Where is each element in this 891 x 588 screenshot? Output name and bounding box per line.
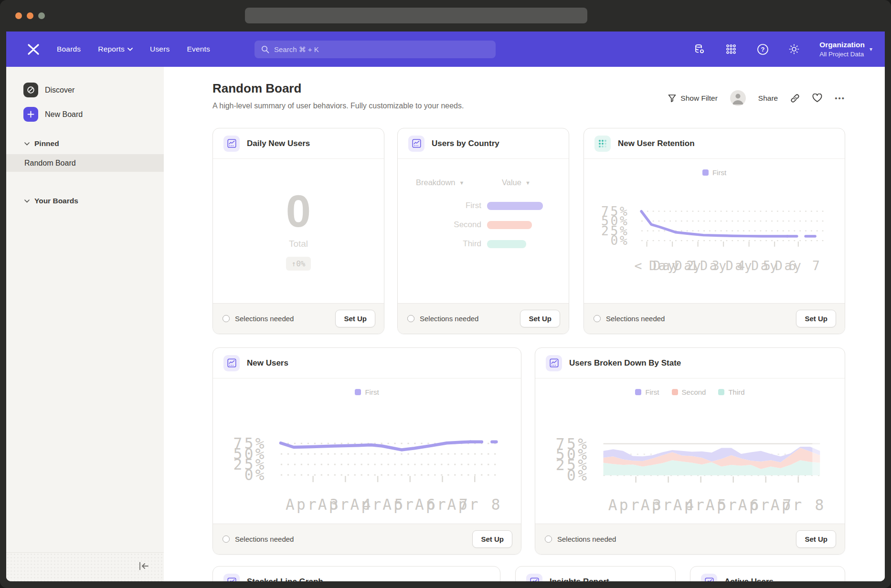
- delta-badge: ↑0%: [286, 257, 311, 271]
- status-radio-icon: [594, 315, 601, 322]
- card-users-by-state: Users Broken Down By State FirstSecondTh…: [535, 347, 845, 555]
- settings-gear-icon[interactable]: [788, 43, 800, 55]
- card-title: New User Retention: [618, 139, 695, 148]
- pinned-section-toggle[interactable]: Pinned: [6, 139, 164, 148]
- app-window: Boards Reports Users Events Search ⌘ + K: [6, 32, 885, 581]
- org-project: All Project Data: [819, 51, 865, 58]
- nav-link-users[interactable]: Users: [150, 45, 170, 53]
- breakdown-row-third: Third: [414, 239, 526, 249]
- search-input[interactable]: Search ⌘ + K: [255, 41, 496, 58]
- line-chart-icon: [223, 136, 240, 152]
- org-switcher[interactable]: Organization All Project Data ▾: [819, 41, 872, 58]
- mixpanel-logo-icon[interactable]: [26, 42, 41, 56]
- data-settings-icon[interactable]: [693, 43, 706, 55]
- new-users-chart: 75%50%25%0%Apr 3Apr 4Apr 5Apr 6Apr 7Apr …: [213, 378, 521, 533]
- help-icon[interactable]: ?: [756, 43, 769, 55]
- value-bar: [487, 221, 532, 229]
- retention-chart: 75%50%25%0%< Day 1Day 2Day 3Day 4Day 5Da…: [584, 159, 845, 289]
- set-up-button[interactable]: Set Up: [520, 310, 560, 327]
- sidebar-item-discover[interactable]: Discover: [6, 83, 164, 97]
- collapse-sidebar-icon[interactable]: [138, 561, 149, 573]
- address-bar[interactable]: [245, 8, 587, 23]
- legend-item-first[interactable]: First: [702, 168, 726, 177]
- card-title: New Users: [247, 358, 288, 368]
- breakdown-label: Second: [414, 220, 481, 230]
- avatar[interactable]: [730, 90, 746, 106]
- window-minimize-button[interactable]: [27, 12, 33, 19]
- legend-item-second[interactable]: Second: [672, 388, 706, 396]
- nav-link-reports[interactable]: Reports: [98, 45, 133, 53]
- status-label: Selections needed: [235, 315, 294, 323]
- card-title: Users by Country: [432, 139, 499, 148]
- status-label: Selections needed: [606, 315, 665, 323]
- more-options-button[interactable]: •••: [835, 94, 845, 102]
- nav-link-boards[interactable]: Boards: [57, 45, 81, 53]
- apps-grid-icon[interactable]: [725, 43, 737, 55]
- svg-text:Apr 8: Apr 8: [447, 496, 502, 513]
- org-name: Organization: [819, 41, 865, 49]
- window-zoom-button[interactable]: [38, 12, 45, 19]
- legend-swatch-icon: [355, 389, 361, 395]
- breakdown-row-second: Second: [414, 220, 532, 230]
- legend-item-first[interactable]: First: [355, 388, 379, 396]
- status-label: Selections needed: [235, 535, 294, 543]
- card-title: Users Broken Down By State: [569, 358, 681, 368]
- page-subtitle: A high-level summary of user behaviors. …: [212, 102, 464, 110]
- svg-text:0%: 0%: [244, 466, 266, 483]
- caret-down-icon: ▼: [525, 180, 530, 186]
- show-filter-button[interactable]: Show Filter: [668, 94, 718, 103]
- value-bar: [487, 240, 526, 248]
- sidebar-item-random-board[interactable]: Random Board: [6, 154, 164, 172]
- line-chart-icon: [526, 574, 542, 581]
- new-board-button[interactable]: New Board: [6, 107, 164, 122]
- svg-text:0%: 0%: [611, 233, 629, 248]
- chevron-down-icon: [24, 142, 30, 146]
- set-up-button[interactable]: Set Up: [796, 310, 836, 327]
- legend-item-third[interactable]: Third: [718, 388, 744, 396]
- svg-text:Day 7: Day 7: [775, 259, 822, 273]
- breakdown-label: Third: [414, 239, 481, 249]
- caret-down-icon: ▼: [459, 180, 465, 186]
- set-up-button[interactable]: Set Up: [335, 310, 375, 327]
- svg-text:0%: 0%: [567, 467, 589, 484]
- card-title: Stacked Line Graph: [247, 577, 323, 581]
- browser-window: Boards Reports Users Events Search ⌘ + K: [0, 0, 891, 588]
- line-chart-icon: [546, 355, 562, 371]
- window-close-button[interactable]: [15, 12, 22, 19]
- value-dropdown[interactable]: Value▼: [502, 178, 530, 187]
- chevron-down-icon: ▾: [870, 46, 872, 52]
- card-users-by-country: Users by Country Breakdown▼ Value▼ First…: [397, 128, 569, 334]
- legend-swatch-icon: [672, 389, 678, 395]
- retention-dots-icon: [594, 136, 611, 152]
- set-up-button[interactable]: Set Up: [472, 530, 512, 548]
- your-boards-section-toggle[interactable]: Your Boards: [6, 197, 164, 205]
- search-placeholder: Search ⌘ + K: [274, 45, 319, 54]
- nav-link-events[interactable]: Events: [187, 45, 210, 53]
- board-canvas: Random Board A high-level summary of use…: [164, 67, 885, 581]
- favorite-heart-icon[interactable]: [812, 94, 822, 103]
- status-radio-icon: [223, 315, 230, 322]
- share-button[interactable]: Share: [758, 94, 778, 103]
- value-bar: [487, 202, 543, 210]
- svg-text:?: ?: [761, 46, 764, 53]
- legend-item-first[interactable]: First: [635, 388, 659, 396]
- legend-swatch-icon: [718, 389, 724, 395]
- copy-link-icon[interactable]: [790, 94, 800, 103]
- metric-value: 0: [286, 189, 311, 234]
- card-title: Active Users: [724, 577, 774, 581]
- sidebar: Discover New Board Pinned Random Board: [6, 67, 164, 581]
- card-new-users: New Users First 75%50%25%0%Apr 3Apr 4Apr…: [212, 347, 521, 555]
- chevron-down-icon: [24, 200, 30, 203]
- card-title: Insights Report: [550, 577, 609, 581]
- line-chart-icon: [701, 574, 717, 581]
- discover-compass-icon: [23, 83, 38, 97]
- card-daily-new-users: Daily New Users 0 Total ↑0% Selectio: [212, 128, 384, 334]
- line-chart-icon: [408, 136, 424, 152]
- nav-links: Boards Reports Users Events: [57, 45, 210, 53]
- breakdown-row-first: First: [414, 201, 543, 210]
- breakdown-dropdown[interactable]: Breakdown▼: [416, 178, 464, 187]
- status-radio-icon: [407, 315, 414, 322]
- discover-label: Discover: [45, 86, 74, 94]
- window-titlebar: [0, 0, 891, 32]
- sidebar-footer: [6, 552, 164, 581]
